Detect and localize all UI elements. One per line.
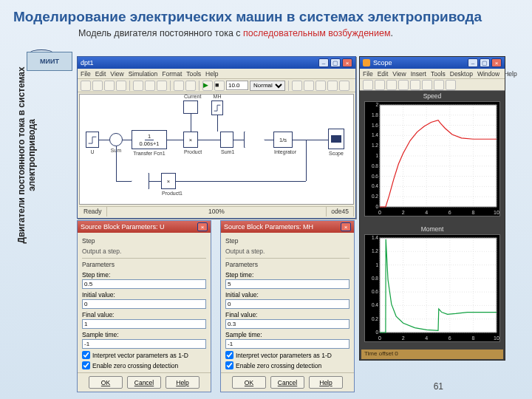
menu-item[interactable]: File	[81, 70, 91, 78]
save-icon[interactable]	[422, 80, 432, 90]
slide-subtitle: Модель двигателя постоянного тока с посл…	[0, 28, 532, 43]
menu-item[interactable]: Window	[477, 70, 499, 78]
menu-item[interactable]: Help	[504, 70, 516, 78]
initial-value-input[interactable]	[82, 299, 206, 309]
dialog-mh-titlebar[interactable]: Source Block Parameters: MH ×	[221, 221, 354, 233]
block-step-u[interactable]: U	[86, 132, 99, 148]
step-time-input[interactable]	[82, 279, 206, 289]
block-gain-k[interactable]: K	[132, 173, 149, 189]
initial-value-input[interactable]	[225, 299, 349, 309]
block-label: Transfer Fcn1	[132, 151, 166, 156]
menu-item[interactable]: Format	[162, 70, 182, 78]
close-button[interactable]: ×	[491, 58, 502, 67]
simulink-titlebar[interactable]: dpt1 – ▢ ×	[78, 57, 355, 69]
tool-icon[interactable]	[304, 81, 314, 91]
ok-button[interactable]: OK	[232, 376, 266, 389]
block-gain-tm[interactable]: 1/Tm	[244, 132, 265, 148]
tool-icon[interactable]	[327, 81, 338, 91]
block-scope[interactable]: Scope	[328, 129, 344, 149]
help-button[interactable]: Help	[166, 376, 200, 389]
dialog-mh-title: Source Block Parameters: MH	[224, 223, 313, 231]
minimize-button[interactable]: –	[318, 58, 329, 67]
vector-1d-checkbox[interactable]: Interpret vector parameters as 1-D	[225, 351, 349, 359]
menu-item[interactable]: Edit	[378, 70, 389, 78]
subtitle-hot: последовательным возбуждением	[243, 28, 390, 38]
cancel-button[interactable]: Cancel	[270, 376, 304, 389]
play-icon[interactable]: ▶	[202, 81, 213, 91]
tool-icon[interactable]	[339, 81, 349, 91]
menu-item[interactable]: View	[110, 70, 123, 78]
plot-moment[interactable]: 024681000.20.40.60.811.21.4	[364, 234, 500, 342]
minimize-button[interactable]: –	[468, 58, 478, 67]
zoom-icon[interactable]	[375, 80, 385, 90]
new-icon[interactable]	[81, 81, 91, 91]
block-sum[interactable]: Sum	[109, 133, 123, 146]
final-value-input[interactable]	[225, 319, 349, 329]
menu-item[interactable]: Desktop	[450, 70, 473, 78]
step-time-input[interactable]	[225, 279, 349, 289]
close-button[interactable]: ×	[342, 58, 352, 67]
block-integrator[interactable]: 1/s Integrator	[273, 132, 293, 148]
menu-item[interactable]: Insert	[411, 70, 426, 78]
paste-icon[interactable]	[157, 81, 167, 91]
simulink-menubar: File Edit View Simulation Format Tools H…	[78, 69, 355, 79]
maximize-button[interactable]: ▢	[330, 58, 341, 67]
block-product1[interactable]: × Product1	[161, 173, 176, 189]
params-icon[interactable]	[434, 80, 444, 90]
block-step-mh[interactable]: MH	[211, 100, 223, 115]
copy-icon[interactable]	[145, 81, 155, 91]
menu-item[interactable]: Tools	[431, 70, 446, 78]
dialog-u-titlebar[interactable]: Source Block Parameters: U ×	[78, 221, 211, 233]
tool-icon[interactable]	[316, 81, 326, 91]
maximize-button[interactable]: ▢	[480, 58, 490, 67]
redo-icon[interactable]	[185, 81, 196, 91]
open-icon[interactable]	[92, 81, 103, 91]
menu-item[interactable]: Tools	[186, 70, 201, 78]
menu-item[interactable]: Simulation	[129, 70, 158, 78]
print-icon[interactable]	[363, 80, 373, 90]
menu-item[interactable]: View	[392, 70, 406, 78]
stop-icon[interactable]: ■	[214, 81, 225, 91]
scope-titlebar[interactable]: Scope – ▢ ×	[360, 57, 505, 69]
menu-item[interactable]: File	[363, 70, 373, 78]
close-button[interactable]: ×	[197, 222, 208, 231]
final-value-input[interactable]	[82, 319, 206, 329]
block-product[interactable]: × Product	[183, 132, 198, 148]
autoscale-icon[interactable]	[410, 80, 420, 90]
initial-value-label: Initial value:	[225, 291, 349, 299]
scope-statusbar: Time offset 0	[361, 349, 503, 359]
sample-time-label: Sample time:	[225, 331, 349, 338]
svg-text:6: 6	[449, 210, 451, 215]
float-icon[interactable]	[446, 80, 456, 90]
tool-icon[interactable]	[292, 81, 302, 91]
undo-icon[interactable]	[174, 81, 184, 91]
ok-button[interactable]: OK	[89, 376, 123, 389]
initial-value-label: Initial value:	[82, 291, 206, 299]
model-canvas[interactable]: U Sum 1 0.06s+1 Transfer Fcn1 Current MH	[79, 94, 354, 205]
save-icon[interactable]	[104, 81, 115, 91]
help-button[interactable]: Help	[309, 376, 343, 389]
sample-time-input[interactable]	[82, 339, 206, 349]
block-display-current[interactable]: Current	[183, 100, 198, 114]
vector-1d-checkbox[interactable]: Interpret vector parameters as 1-D	[82, 351, 206, 359]
simulink-window: dpt1 – ▢ × File Edit View Simulation For…	[77, 56, 356, 219]
close-button[interactable]: ×	[341, 222, 351, 231]
zoom-y-icon[interactable]	[398, 80, 409, 90]
block-label: Current	[184, 94, 197, 99]
sim-stop-time-input[interactable]	[226, 81, 248, 90]
plot-speed[interactable]: 024681000.20.40.60.811.21.41.61.82	[364, 101, 500, 216]
sim-mode-select[interactable]: Normal	[250, 81, 285, 91]
zoom-x-icon[interactable]	[386, 80, 397, 90]
scope-menubar: File Edit View Insert Tools Desktop Wind…	[360, 69, 505, 79]
cancel-button[interactable]: Cancel	[127, 376, 161, 389]
sample-time-input[interactable]	[225, 339, 349, 349]
menu-item[interactable]: Edit	[95, 70, 106, 78]
block-transfer-fcn[interactable]: 1 0.06s+1 Transfer Fcn1	[132, 130, 167, 149]
cut-icon[interactable]	[133, 81, 143, 91]
menu-item[interactable]: Help	[205, 70, 218, 78]
zero-crossing-checkbox[interactable]: Enable zero crossing detection	[82, 361, 206, 369]
print-icon[interactable]	[116, 81, 126, 91]
block-sum1[interactable]: Sum1	[220, 132, 233, 148]
zero-crossing-checkbox[interactable]: Enable zero crossing detection	[225, 361, 349, 369]
page-number: 61	[434, 381, 443, 392]
